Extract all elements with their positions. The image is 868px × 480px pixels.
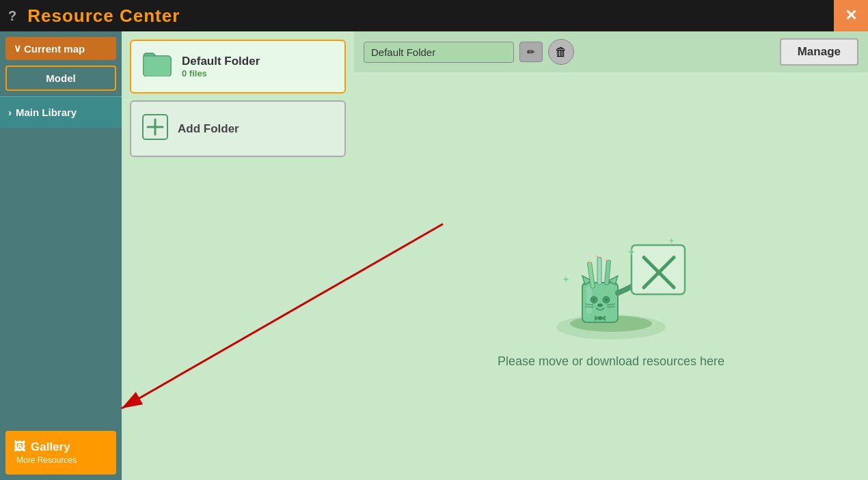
delete-button[interactable]: 🗑 xyxy=(548,39,574,65)
default-folder-info: Default Folder 0 files xyxy=(182,55,260,79)
content-panel: ✏ 🗑 Manage xyxy=(354,31,868,480)
delete-icon: 🗑 xyxy=(555,45,567,59)
current-map-label: Current map xyxy=(24,43,85,55)
default-folder-count: 0 files xyxy=(182,68,260,79)
close-icon: ✕ xyxy=(845,7,857,25)
add-folder-label: Add Folder xyxy=(178,122,239,136)
model-button[interactable]: Model xyxy=(5,66,116,91)
app-title: Resource Center xyxy=(27,5,180,27)
edit-icon: ✏ xyxy=(527,46,535,57)
current-map-chevron: ∨ xyxy=(14,42,21,55)
main-library-button[interactable]: › Main Library xyxy=(0,96,122,128)
title-bar: ? Resource Center ✕ xyxy=(0,0,868,31)
manage-label: Manage xyxy=(798,45,841,58)
svg-text:+: + xyxy=(628,246,634,257)
svg-point-20 xyxy=(598,316,602,320)
main-layout: ∨ Current map Model › Main Library 🖼 Gal… xyxy=(0,31,868,480)
svg-point-10 xyxy=(605,298,608,301)
svg-text:+: + xyxy=(563,274,569,285)
folder-name-input[interactable] xyxy=(364,42,514,63)
default-folder-item[interactable]: Default Folder 0 files xyxy=(130,40,346,94)
gallery-row: 🖼 Gallery xyxy=(14,440,70,454)
content-header: ✏ 🗑 Manage xyxy=(354,31,868,72)
add-folder-item[interactable]: Add Folder xyxy=(130,100,346,157)
sidebar: ∨ Current map Model › Main Library 🖼 Gal… xyxy=(0,31,122,480)
empty-state: + + + Please move or download resources … xyxy=(354,72,868,480)
empty-illustration: + + + xyxy=(536,184,686,341)
gallery-button[interactable]: 🖼 Gallery More Resources xyxy=(5,431,116,475)
help-icon[interactable]: ? xyxy=(8,8,16,24)
main-library-label: Main Library xyxy=(16,107,77,118)
folder-panel: Default Folder 0 files Add Folder xyxy=(122,31,354,480)
folder-open-icon xyxy=(142,51,172,83)
model-label: Model xyxy=(46,72,75,84)
add-folder-icon xyxy=(142,114,168,143)
empty-state-message: Please move or download resources here xyxy=(498,354,724,369)
current-map-button[interactable]: ∨ Current map xyxy=(5,37,116,60)
svg-point-11 xyxy=(597,304,603,307)
svg-rect-22 xyxy=(597,257,601,285)
main-library-chevron: › xyxy=(8,107,12,118)
svg-point-9 xyxy=(593,298,595,301)
default-folder-name: Default Folder xyxy=(182,55,260,68)
edit-button[interactable]: ✏ xyxy=(519,42,543,62)
manage-button[interactable]: Manage xyxy=(780,38,858,66)
more-resources-label: More Resources xyxy=(14,455,77,465)
svg-text:+: + xyxy=(669,236,674,246)
gallery-label: Gallery xyxy=(31,440,70,454)
gallery-icon: 🖼 xyxy=(14,440,25,454)
close-button[interactable]: ✕ xyxy=(834,0,868,31)
